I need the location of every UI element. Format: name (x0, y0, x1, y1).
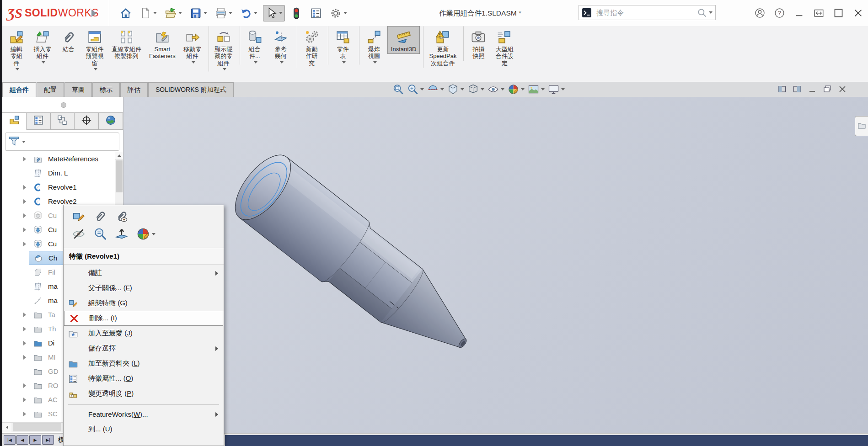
context-toolbar-button[interactable] (72, 227, 86, 241)
ribbon-button[interactable]: 組合 件... (240, 26, 268, 65)
caret-down-icon[interactable] (342, 61, 346, 64)
context-toolbar-button[interactable] (115, 209, 129, 223)
caret-down-icon[interactable] (561, 88, 565, 90)
toolbar-button[interactable] (263, 5, 285, 21)
panel-tab[interactable] (51, 112, 75, 130)
expand-arrow-icon[interactable] (23, 355, 26, 360)
caret-down-icon[interactable] (279, 12, 283, 14)
view-toolbar-button[interactable] (392, 84, 404, 95)
expand-arrow-icon[interactable] (23, 327, 26, 331)
expand-arrow-icon[interactable] (23, 398, 26, 402)
window-control-button[interactable] (794, 8, 804, 18)
ribbon-tab[interactable]: 評估 (120, 82, 148, 97)
window-control-button[interactable] (833, 8, 844, 18)
context-toolbar-button[interactable] (136, 227, 155, 241)
caret-down-icon[interactable] (461, 88, 464, 90)
ribbon-button[interactable]: 大型組 合件設 定 (492, 26, 517, 68)
window-control-button[interactable] (814, 8, 824, 18)
panel-splitter[interactable] (2, 97, 123, 112)
context-menu-item[interactable]: 父子關係... (F) (64, 281, 224, 296)
toolbar-button[interactable] (162, 5, 184, 21)
search-input[interactable] (595, 8, 697, 17)
3d-model[interactable] (123, 97, 868, 435)
document-window-button[interactable] (838, 85, 847, 94)
caret-down-icon[interactable] (254, 61, 257, 64)
graphics-viewport[interactable] (123, 97, 868, 435)
context-toolbar-button[interactable] (93, 209, 107, 223)
ribbon-button[interactable]: 顯示隱 藏的零 組件 (209, 26, 236, 72)
view-toolbar-button[interactable] (447, 84, 464, 95)
caret-down-icon[interactable] (343, 12, 347, 14)
caret-down-icon[interactable] (521, 88, 525, 90)
toolbar-button[interactable] (188, 5, 209, 21)
ribbon-button[interactable]: 編輯 零組 件 (4, 26, 29, 72)
view-toolbar-button[interactable] (427, 84, 444, 95)
tree-item[interactable]: Dim. L (2, 166, 115, 180)
view-toolbar-button[interactable] (467, 84, 484, 95)
view-toolbar-button[interactable] (407, 84, 424, 95)
caret-down-icon[interactable] (204, 12, 207, 14)
ribbon-tab[interactable]: 標示 (92, 82, 120, 97)
ribbon-button[interactable]: 參考 幾何 (268, 26, 294, 65)
document-window-button[interactable] (808, 85, 817, 94)
tree-filter[interactable] (5, 133, 119, 151)
scrollbar-thumb[interactable] (13, 423, 61, 431)
caret-down-icon[interactable] (94, 68, 97, 70)
task-pane-tab[interactable] (855, 116, 868, 136)
ribbon-tab[interactable]: 草圖 (64, 82, 92, 97)
view-toolbar-button[interactable] (528, 84, 545, 95)
panel-tab[interactable] (27, 112, 51, 130)
caret-down-icon[interactable] (501, 88, 504, 90)
expand-arrow-icon[interactable] (23, 341, 26, 345)
context-menu-item[interactable]: 儲存選擇 (64, 341, 224, 356)
expand-arrow-icon[interactable] (23, 412, 26, 416)
caret-down-icon[interactable] (229, 12, 232, 14)
context-menu-item[interactable]: FeatureWorks(W)... (64, 407, 224, 422)
caret-down-icon[interactable] (373, 61, 377, 64)
ribbon-button[interactable]: 移動零 組件 (180, 26, 205, 65)
view-toolbar-button[interactable] (508, 84, 525, 95)
ribbon-button[interactable]: 零組件 預覽視 窗 (82, 26, 107, 72)
caret-down-icon[interactable] (192, 61, 195, 64)
toolbar-button[interactable] (288, 5, 305, 21)
search-command-icon[interactable] (582, 8, 592, 18)
view-toolbar-button[interactable] (548, 84, 565, 95)
context-menu-item[interactable]: 變更透明度 (P) (64, 386, 224, 401)
context-toolbar-button[interactable] (72, 209, 86, 223)
context-menu-item[interactable]: 加入至最愛 (J) (64, 326, 224, 341)
context-menu-item[interactable]: 特徵屬性... (O) (64, 371, 224, 386)
context-menu-item[interactable] (68, 401, 219, 405)
expand-arrow-icon[interactable] (23, 313, 26, 317)
ribbon-button[interactable]: 結合 (56, 26, 81, 54)
toolbar-button[interactable] (327, 5, 349, 21)
panel-tab[interactable] (2, 112, 27, 130)
caret-down-icon[interactable] (178, 12, 182, 14)
motion-nav-button[interactable]: ▶ (29, 435, 41, 445)
ribbon-button[interactable]: 爆炸 視圖 (359, 26, 387, 65)
expand-arrow-icon[interactable] (23, 242, 26, 246)
ribbon-button[interactable]: 更新 SpeedPak 次組合件 (423, 26, 460, 68)
expand-arrow-icon[interactable] (23, 213, 26, 218)
panel-tab[interactable] (75, 112, 99, 130)
context-menu-item[interactable]: 加至新資料夾 (L) (64, 356, 224, 371)
context-menu-item[interactable]: 到... (U) (64, 422, 224, 437)
context-menu-item[interactable]: 組態特徵 (G) (64, 296, 224, 311)
ribbon-button[interactable]: 直線零組件 複製排列 (108, 26, 145, 61)
document-window-button[interactable] (777, 85, 787, 94)
caret-down-icon[interactable] (254, 12, 257, 14)
expand-arrow-icon[interactable] (23, 157, 26, 161)
ribbon-button[interactable]: 零件 表 (328, 26, 356, 65)
document-window-button[interactable] (793, 85, 802, 94)
ribbon-tab[interactable]: 配置 (37, 82, 64, 97)
splitter-handle-icon[interactable] (61, 102, 66, 108)
caret-down-icon[interactable] (481, 88, 484, 90)
motion-nav-button[interactable]: |◀ (4, 435, 16, 445)
motion-nav-button[interactable]: ◀ (16, 435, 28, 445)
ribbon-button[interactable]: Instant3D (387, 26, 420, 54)
search-icon[interactable] (697, 8, 707, 18)
toolbar-button[interactable] (308, 5, 324, 21)
caret-down-icon[interactable] (440, 88, 444, 90)
caret-down-icon[interactable] (223, 68, 226, 70)
expand-arrow-icon[interactable] (23, 185, 26, 190)
caret-down-icon[interactable] (153, 12, 157, 14)
